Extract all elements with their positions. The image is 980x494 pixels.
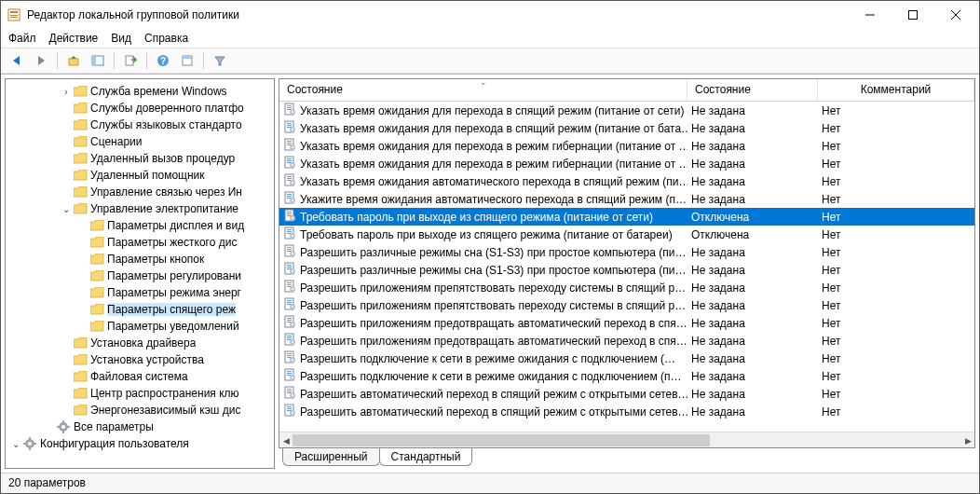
collapse-icon[interactable]: ⌄ <box>9 439 22 449</box>
setting-state-cell: Не задана <box>687 388 818 401</box>
properties-button[interactable] <box>177 50 197 71</box>
setting-comment-cell: Нет <box>818 193 974 206</box>
tree-item[interactable]: Службы языковых стандарто <box>6 117 274 133</box>
tree-item[interactable]: Удаленный помощник <box>6 167 274 184</box>
svg-rect-107 <box>287 336 292 336</box>
tree-item[interactable]: Управление связью через Ин <box>6 184 274 200</box>
list-row[interactable]: Разрешить подключение к сети в режиме ож… <box>279 350 974 367</box>
tree-item[interactable]: Сценарии <box>6 133 274 150</box>
list-row[interactable]: Указать время ожидания для перехода в ре… <box>279 137 974 155</box>
list-row[interactable]: Разрешить подключение к сети в режиме ож… <box>279 367 974 385</box>
setting-state-cell: Не задана <box>687 175 818 188</box>
setting-name-cell: Разрешить автоматический переход в спящи… <box>279 386 687 402</box>
up-level-button[interactable] <box>63 50 84 71</box>
tree-item[interactable]: Параметры регулировани <box>6 268 274 284</box>
list-row[interactable]: Разрешить приложениям предотвращать авто… <box>279 314 974 332</box>
list-row[interactable]: Указать время ожидания для перехода в сп… <box>279 102 974 119</box>
setting-name-label: Разрешить различные режимы сна (S1-S3) п… <box>300 246 686 259</box>
separator-icon <box>203 52 204 69</box>
list-row[interactable]: Указать время ожидания автоматического п… <box>279 172 974 190</box>
horizontal-scrollbar[interactable]: ◀ ▶ <box>279 432 974 447</box>
tree-item[interactable]: Параметры режима энерг <box>6 284 274 301</box>
setting-state-cell: Не задана <box>687 158 818 171</box>
policy-icon <box>283 156 296 172</box>
close-button[interactable] <box>934 1 977 29</box>
list-row[interactable]: Указать время ожидания для перехода в сп… <box>279 119 974 137</box>
menu-view[interactable]: Вид <box>111 32 131 45</box>
setting-state-cell: Отключена <box>687 211 818 224</box>
svg-rect-27 <box>34 443 36 445</box>
setting-state-cell: Не задана <box>687 246 818 259</box>
scroll-right-icon[interactable]: ▶ <box>961 432 974 448</box>
scroll-thumb[interactable] <box>293 434 710 446</box>
folder-icon <box>89 253 104 266</box>
list-row[interactable]: Требовать пароль при выходе из спящего р… <box>279 208 974 226</box>
tree-item-label: Параметры регулировани <box>107 269 241 282</box>
tree-item[interactable]: ⌄Управление электропитание <box>6 200 274 217</box>
tree-item[interactable]: Центр распространения клю <box>6 385 274 402</box>
scroll-left-icon[interactable]: ◀ <box>279 432 293 448</box>
svg-rect-77 <box>287 247 292 248</box>
tab-standard[interactable]: Стандартный <box>379 448 473 466</box>
back-button[interactable] <box>7 50 27 71</box>
tree-item[interactable]: Все параметры <box>6 419 274 435</box>
setting-name-label: Указать время ожидания для перехода в ре… <box>300 140 687 153</box>
setting-name-cell: Разрешить приложениям препятствовать пер… <box>279 280 687 295</box>
list-row[interactable]: Разрешить автоматический переход в спящи… <box>279 403 974 420</box>
expand-icon[interactable]: › <box>60 87 73 97</box>
menu-help[interactable]: Справка <box>144 32 188 45</box>
list-row[interactable]: Разрешить различные режимы сна (S1-S3) п… <box>279 243 974 261</box>
policy-icon <box>283 191 296 207</box>
tree-item[interactable]: Параметры кнопок <box>6 251 274 268</box>
svg-rect-59 <box>287 194 292 195</box>
filter-button[interactable] <box>210 50 230 71</box>
show-hide-tree-button[interactable] <box>88 50 108 71</box>
tree-item[interactable]: ›Служба времени Windows <box>6 83 274 100</box>
tab-extended[interactable]: Расширенный <box>282 448 380 466</box>
menu-file[interactable]: Файл <box>8 32 36 45</box>
export-button[interactable] <box>120 50 141 71</box>
tree-item[interactable]: Параметры уведомлений <box>6 318 274 335</box>
list-row[interactable]: Разрешить приложениям предотвращать авто… <box>279 332 974 350</box>
tree-item[interactable]: Службы доверенного платфо <box>6 100 274 117</box>
list-row[interactable]: Разрешить приложениям препятствовать пер… <box>279 296 974 314</box>
policy-icon <box>283 297 296 313</box>
setting-comment-cell: Нет <box>818 335 974 348</box>
list-row[interactable]: Разрешить различные режимы сна (S1-S3) п… <box>279 261 974 279</box>
setting-name-cell: Разрешить различные режимы сна (S1-S3) п… <box>279 262 687 278</box>
tree-item[interactable]: Удаленный вызов процедур <box>6 150 274 167</box>
menu-action[interactable]: Действие <box>49 32 99 45</box>
svg-rect-2 <box>10 15 18 16</box>
tree-item[interactable]: Установка устройства <box>6 351 274 368</box>
column-header-name[interactable]: Состояние ⌄ <box>279 79 687 101</box>
policy-icon <box>283 386 296 402</box>
setting-state-cell: Не задана <box>687 281 818 295</box>
list-row[interactable]: Требовать пароль при выходе из спящего р… <box>279 226 974 243</box>
maximize-button[interactable] <box>892 1 934 29</box>
help-button[interactable]: ? <box>153 50 173 71</box>
list-body[interactable]: Указать время ожидания для перехода в сп… <box>279 102 974 432</box>
setting-state-cell: Не задана <box>687 335 818 348</box>
tree-item-label: Параметры дисплея и вид <box>107 219 244 232</box>
tree-item[interactable]: Параметры дисплея и вид <box>6 217 274 234</box>
tree-item[interactable]: Файловая система <box>6 368 274 385</box>
tree-item-label: Службы языковых стандарто <box>90 118 242 131</box>
column-header-comment[interactable]: Комментарий <box>818 79 974 101</box>
forward-button[interactable] <box>31 50 51 71</box>
list-row[interactable]: Разрешить автоматический переход в спящи… <box>279 385 974 403</box>
list-row[interactable]: Разрешить приложениям препятствовать пер… <box>279 279 974 296</box>
minimize-button[interactable] <box>849 1 892 29</box>
tree-item[interactable]: Параметры спящего реж <box>6 301 274 318</box>
tree-item[interactable]: Энергонезависимый кэш дис <box>6 402 274 419</box>
collapse-icon[interactable]: ⌄ <box>60 204 73 214</box>
svg-point-51 <box>292 164 293 166</box>
tree-item[interactable]: Параметры жесткого дис <box>6 234 274 251</box>
list-row[interactable]: Указать время ожидания для перехода в ре… <box>279 155 974 172</box>
list-row[interactable]: Укажите время ожидания автоматического п… <box>279 190 974 208</box>
folder-icon <box>73 185 88 199</box>
column-header-state[interactable]: Состояние <box>687 79 818 101</box>
tree-item[interactable]: Установка драйвера <box>6 335 274 351</box>
tree-item-label: Энергонезависимый кэш дис <box>90 404 240 417</box>
tree-pane[interactable]: ›Служба времени WindowsСлужбы доверенног… <box>5 78 275 469</box>
tree-item[interactable]: ⌄Конфигурация пользователя <box>6 435 274 452</box>
